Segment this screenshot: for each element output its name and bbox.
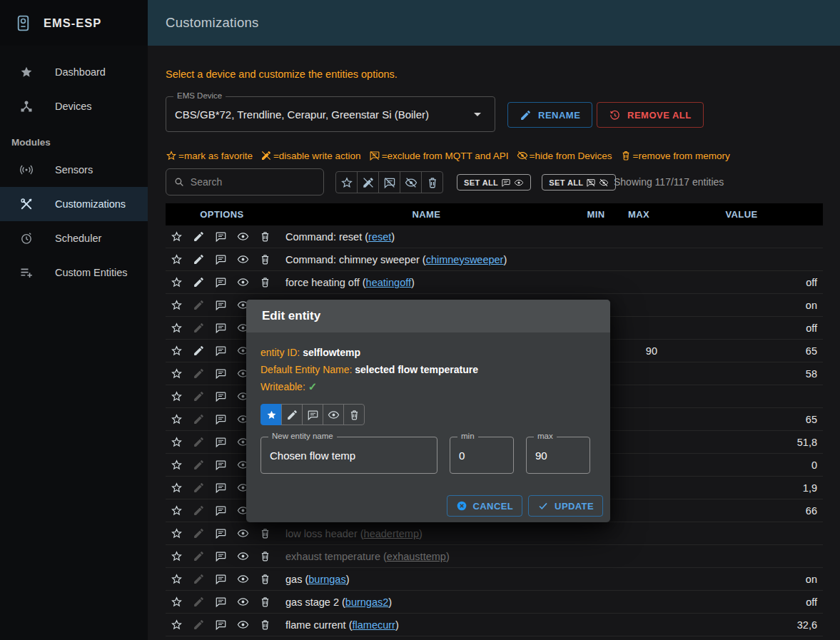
row-mqtt-button[interactable] [210,248,232,270]
row-star-button[interactable] [166,385,188,407]
row-eye-button[interactable] [232,225,254,248]
row-eye-button[interactable] [232,271,254,293]
row-star-button[interactable] [166,568,188,590]
row-star-button[interactable] [166,477,188,499]
min-input[interactable] [459,449,505,462]
filter-mqtt-off-button[interactable] [378,171,400,193]
row-pencil-button[interactable] [188,614,210,636]
row-star-button[interactable] [166,340,188,362]
row-mqtt-button[interactable] [210,591,232,613]
row-star-button[interactable] [166,499,188,522]
row-eye-button[interactable] [232,545,254,567]
row-star-button[interactable] [166,248,188,270]
row-trash-button[interactable] [254,522,276,544]
row-eye-button[interactable] [232,522,254,544]
row-pencil-button[interactable] [188,454,210,476]
entity-id-link[interactable]: heatingoff [366,277,411,288]
row-pencil-button[interactable] [188,591,210,613]
row-pencil-button[interactable] [188,477,210,499]
row-pencil-button[interactable] [188,340,210,362]
search-input[interactable] [191,176,316,188]
dialog-toggle-eye[interactable] [323,404,344,425]
row-pencil-button[interactable] [188,385,210,407]
entity-id-link[interactable]: burngas [308,574,345,585]
entity-id-link[interactable]: headertemp [364,528,419,539]
row-eye-button[interactable] [232,248,254,270]
row-trash-button[interactable] [254,568,276,590]
entity-id-link[interactable]: chimneysweeper [426,254,504,265]
min-field[interactable]: min [450,437,514,474]
row-mqtt-button[interactable] [210,477,232,499]
row-mqtt-button[interactable] [210,225,232,248]
set-all-button-1[interactable]: SET ALL [457,174,531,191]
row-star-button[interactable] [166,454,188,476]
entity-id-link[interactable]: burngas2 [345,596,388,608]
sidebar-item-sensors[interactable]: Sensors [0,153,148,187]
dialog-toggle-star[interactable] [260,404,282,425]
row-star-button[interactable] [166,431,188,453]
row-mqtt-button[interactable] [210,454,232,476]
row-pencil-button[interactable] [188,522,210,544]
row-trash-button[interactable] [254,591,276,613]
row-mqtt-button[interactable] [210,294,232,316]
new-entity-name-input[interactable] [270,449,428,462]
row-star-button[interactable] [166,271,188,293]
search-field[interactable] [166,168,324,195]
row-trash-button[interactable] [254,248,276,270]
row-star-button[interactable] [166,225,188,248]
row-mqtt-button[interactable] [210,568,232,590]
dialog-toggle-trash[interactable] [343,404,365,425]
row-mqtt-button[interactable] [210,385,232,407]
sidebar-item-custom-entities[interactable]: Custom Entities [0,255,148,290]
filter-trash-button[interactable] [421,171,443,193]
row-mqtt-button[interactable] [210,499,232,522]
dialog-toggle-mqtt[interactable] [302,404,323,425]
row-eye-button[interactable] [232,568,254,590]
device-select[interactable]: EMS Device CBS/GB*72, Trendline, Cerapur… [166,96,495,132]
row-star-button[interactable] [166,591,188,613]
row-pencil-button[interactable] [188,225,210,248]
row-mqtt-button[interactable] [210,317,232,339]
row-trash-button[interactable] [254,614,276,636]
filter-eye-off-button[interactable] [400,171,422,193]
row-pencil-button[interactable] [188,568,210,590]
entity-id-link[interactable]: exhausttemp [387,551,446,562]
row-star-button[interactable] [166,294,188,316]
row-star-button[interactable] [166,614,188,636]
row-pencil-button[interactable] [188,362,210,385]
dialog-toggle-pencil[interactable] [281,404,303,425]
row-mqtt-button[interactable] [210,362,232,385]
row-mqtt-button[interactable] [210,614,232,636]
row-mqtt-button[interactable] [210,340,232,362]
entity-id-link[interactable]: reset [368,231,391,243]
row-star-button[interactable] [166,317,188,339]
row-pencil-button[interactable] [188,545,210,567]
sidebar-item-scheduler[interactable]: Scheduler [0,221,148,255]
max-field[interactable]: max [526,437,590,474]
entity-id-link[interactable]: flamecurr [352,619,395,631]
sidebar-item-customizations[interactable]: Customizations [0,187,148,221]
row-trash-button[interactable] [254,225,276,248]
row-trash-button[interactable] [254,545,276,567]
row-mqtt-button[interactable] [210,271,232,293]
row-pencil-button[interactable] [188,271,210,293]
row-star-button[interactable] [166,408,188,430]
new-entity-name-field[interactable]: New entity name [260,437,437,474]
update-button[interactable]: UPDATE [528,495,603,517]
row-mqtt-button[interactable] [210,431,232,453]
row-pencil-button[interactable] [188,499,210,522]
row-mqtt-button[interactable] [210,545,232,567]
row-pencil-button[interactable] [188,248,210,270]
set-all-button-2[interactable]: SET ALL [542,174,616,191]
row-eye-button[interactable] [232,614,254,636]
row-eye-button[interactable] [232,591,254,613]
row-star-button[interactable] [166,545,188,567]
row-mqtt-button[interactable] [210,408,232,430]
filter-star-button[interactable] [335,171,358,193]
row-pencil-button[interactable] [188,431,210,453]
row-mqtt-button[interactable] [210,522,232,544]
row-pencil-button[interactable] [188,294,210,316]
sidebar-item-devices[interactable]: Devices [0,89,148,123]
sidebar-item-dashboard[interactable]: Dashboard [0,55,148,89]
row-star-button[interactable] [166,522,188,544]
